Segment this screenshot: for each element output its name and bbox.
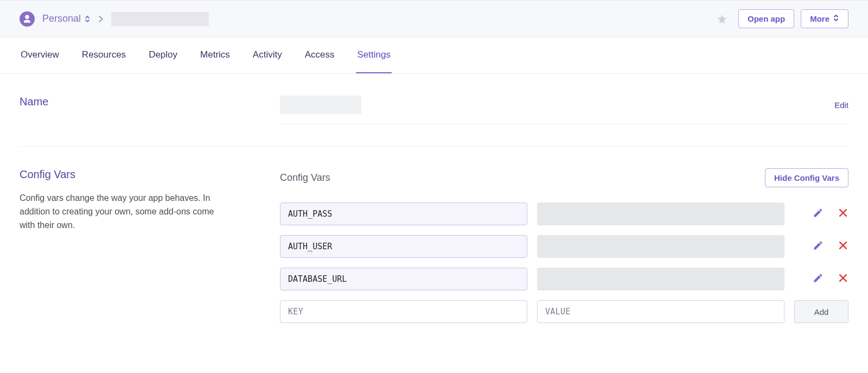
breadcrumb-team-label: Personal [42,13,81,24]
pencil-icon[interactable] [813,273,824,286]
config-var-key-input[interactable] [280,203,527,225]
updown-icon [84,15,91,23]
pencil-icon[interactable] [813,207,824,220]
tab-label: Resources [82,49,126,60]
config-var-new-key-input[interactable] [280,300,527,323]
tab-overview[interactable]: Overview [20,37,60,73]
config-var-new-row: Add [280,300,848,323]
breadcrumb: Personal [20,11,209,27]
close-icon[interactable] [838,240,848,253]
tab-metrics[interactable]: Metrics [199,37,231,73]
edit-name-button[interactable]: Edit [834,100,848,110]
favorite-star-icon[interactable] [717,14,727,24]
config-var-row [280,203,848,225]
config-var-key-input[interactable] [280,235,527,258]
breadcrumb-team[interactable]: Personal [42,13,91,24]
tab-settings[interactable]: Settings [356,37,391,73]
section-title-config-vars: Config Vars [20,168,258,181]
tab-label: Overview [21,49,59,60]
tab-label: Activity [253,49,282,60]
tab-activity[interactable]: Activity [252,37,283,73]
pencil-icon[interactable] [813,240,824,253]
tab-label: Settings [357,49,390,60]
section-title-name: Name [20,96,258,108]
config-var-value-masked [537,203,784,225]
breadcrumb-bar: Personal Open app More [0,0,868,37]
hide-config-vars-label: Hide Config Vars [774,173,839,182]
hide-config-vars-button[interactable]: Hide Config Vars [765,168,848,187]
tab-label: Metrics [200,49,230,60]
close-icon[interactable] [838,273,848,286]
close-icon[interactable] [838,207,848,220]
updown-icon [833,14,839,23]
config-var-key-input[interactable] [280,268,527,290]
tab-resources[interactable]: Resources [81,37,127,73]
config-var-row [280,235,848,258]
tab-label: Deploy [149,49,177,60]
more-label: More [810,14,829,23]
more-button[interactable]: More [801,9,848,28]
section-desc-config-vars: Config vars change the way your app beha… [20,192,215,232]
config-var-value-masked [537,268,784,290]
add-config-var-button[interactable]: Add [794,300,848,323]
open-app-button[interactable]: Open app [738,9,794,28]
app-name-row: Edit [280,96,848,124]
section-config-vars: Config Vars Config vars change the way y… [20,146,848,345]
avatar[interactable] [20,11,35,27]
section-name: Name Edit [20,74,848,146]
tab-label: Access [305,49,335,60]
config-var-row [280,268,848,290]
config-vars-panel-title: Config Vars [280,172,765,184]
config-var-new-value-input[interactable] [537,300,784,323]
add-label: Add [814,307,829,317]
chevron-right-icon [98,15,104,23]
breadcrumb-app-name[interactable] [111,12,209,26]
open-app-label: Open app [748,14,785,23]
app-tabs: Overview Resources Deploy Metrics Activi… [0,37,868,74]
app-name-value [280,96,361,114]
tab-deploy[interactable]: Deploy [148,37,178,73]
tab-access[interactable]: Access [304,37,336,73]
config-var-value-masked [537,235,784,258]
